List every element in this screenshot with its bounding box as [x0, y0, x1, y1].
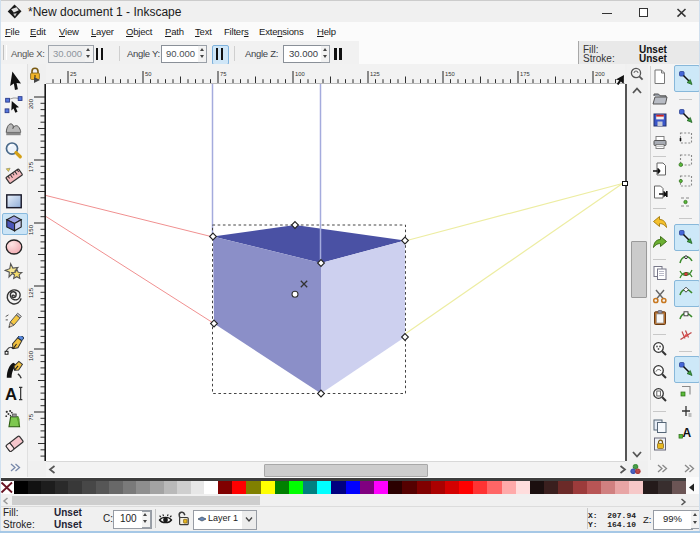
svg-text:75: 75: [28, 413, 34, 420]
svg-text:A: A: [5, 385, 17, 404]
svg-text:175: 175: [520, 71, 530, 77]
svg-text:175: 175: [28, 161, 34, 172]
svg-text:100: 100: [295, 71, 305, 77]
svg-text:50: 50: [145, 71, 151, 77]
svg-text:125: 125: [28, 287, 34, 298]
svg-text:150: 150: [28, 224, 34, 235]
svg-text:25: 25: [70, 71, 76, 77]
svg-text:200: 200: [595, 71, 605, 77]
svg-text:200: 200: [28, 98, 34, 109]
svg-text:75: 75: [220, 71, 226, 77]
svg-text:100: 100: [28, 350, 34, 361]
svg-text:125: 125: [370, 71, 380, 77]
svg-text:A: A: [683, 426, 692, 440]
svg-text:150: 150: [445, 71, 455, 77]
